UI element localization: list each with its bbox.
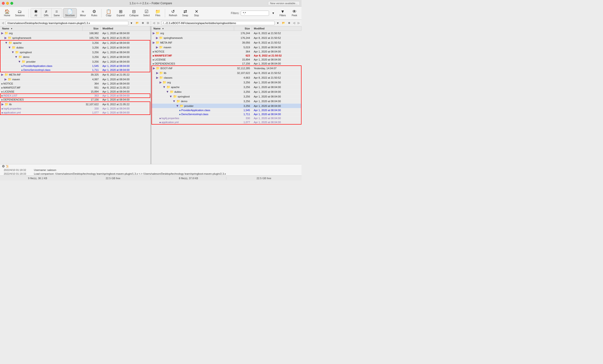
files-button[interactable]: 📁 Files [153, 9, 163, 18]
cell-modified: Apr 1, 2020 at 08:04:00 [252, 94, 301, 99]
table-row[interactable]: ■LICENSE 15,894 Apr 1, 2020 at 08:04:00 [152, 58, 302, 62]
status-gear-icon[interactable]: ⚙ [2, 164, 5, 168]
filter-dropdown-button[interactable]: ▼ [270, 10, 276, 16]
table-row[interactable]: ▼ 📁dubbo 3,256 Apr 1, 2020 at 08:04:00 [152, 90, 302, 94]
left-modified-header[interactable]: Modified [101, 26, 150, 31]
table-row[interactable]: ■LICENSE 15,894 Apr 1, 2020 at 08:04:00 [0, 90, 150, 94]
table-row[interactable]: ▶ 📁classes 4,663 Apr 8, 2022 at 21:50:52 [152, 75, 302, 80]
table-row[interactable]: ■ProviderApplication.class 1,545 Apr 1, … [0, 64, 150, 68]
zoom-button[interactable] [10, 2, 13, 5]
cell-size: 1,545 [234, 108, 252, 112]
cell-size: 363 [83, 94, 101, 98]
table-row[interactable]: ▼ 📁provider 3,256 Apr 1, 2020 at 08:04:0… [0, 59, 150, 64]
cell-size: 3,256 [83, 40, 101, 45]
table-row[interactable]: ■application.yml 1,077 Apr 1, 2020 at 08… [152, 120, 302, 125]
cell-size: 176,244 [234, 35, 252, 40]
filters-input[interactable] [241, 11, 269, 16]
swap-button[interactable]: ⇄ Swap [180, 9, 190, 18]
minimize-button[interactable] [6, 2, 9, 5]
table-row[interactable]: ■DEPENDENCIES 17,156 Apr 1, 2020 at 08:0… [0, 98, 150, 102]
right-path-forward[interactable]: ▷ [157, 21, 160, 25]
table-row[interactable]: ▶ 📁META-INF 39,056 Apr 8, 2022 at 21:50:… [152, 40, 302, 45]
right-path-sync-right[interactable]: ▷ [297, 21, 301, 25]
footer-left-files: 9 file(s), 38.1 KB [0, 177, 75, 180]
table-row[interactable]: ▶ 📁org 176,244 Apr 8, 2022 at 21:50:52 [152, 31, 302, 35]
table-row[interactable]: ▶ 📁lib 32,107,622 Apr 8, 2022 at 21:50:5… [152, 71, 302, 75]
right-path-input[interactable] [161, 21, 275, 25]
left-path-back[interactable]: ◁ [1, 21, 5, 25]
minor-button[interactable]: ≈ Minor [78, 9, 88, 18]
title-bar: 1.3.x <--> 2.3.x – Folder Compare New ve… [0, 0, 302, 7]
same-button[interactable]: = Same [52, 9, 62, 18]
rules-button[interactable]: ⚙ Rules [89, 9, 99, 18]
table-row[interactable]: ▶ 📁org 168,982 Apr 1, 2020 at 08:04:00 [0, 31, 150, 35]
table-row[interactable]: ■log4j.properties 330 Apr 1, 2020 at 08:… [0, 107, 150, 111]
left-path-sync[interactable]: ⊡ [146, 21, 150, 25]
left-path-reveal[interactable]: ⊕ [141, 21, 145, 25]
table-row[interactable]: ▼ 📁apache 3,256 Apr 1, 2020 at 08:04:00 [0, 40, 150, 45]
left-path-dropdown[interactable]: ▼ [129, 21, 134, 25]
table-row[interactable]: ▶ 📁maven 4,997 Apr 1, 2020 at 08:04:00 [0, 77, 150, 82]
table-row[interactable]: ■DemoServiceImpl.class 1,711 Apr 1, 2020… [152, 112, 302, 116]
table-row[interactable]: ▶ 📁BOOT-INF 32,112,285 Yesterday, 14:04:… [152, 66, 302, 71]
cell-modified: Apr 1, 2020 at 08:04:00 [252, 50, 301, 54]
table-row[interactable]: ▼ 📁demo 3,256 Apr 1, 2020 at 08:04:00 [0, 55, 150, 59]
table-row[interactable]: ▶ 📁org 3,256 Apr 1, 2020 at 08:04:00 [152, 80, 302, 85]
left-name-header[interactable]: Name ▼ [0, 26, 83, 31]
right-name-header[interactable]: Name ▼ [152, 26, 234, 31]
right-path-sync-left[interactable]: ◁ [292, 21, 296, 25]
select-button[interactable]: ☑ Select [141, 9, 152, 18]
refresh-button[interactable]: ↺ Refresh [167, 9, 179, 18]
expand-button[interactable]: ⊞ Expand [115, 9, 127, 18]
table-row[interactable]: ■ProviderApplication.class 1,545 Apr 1, … [152, 108, 302, 112]
diffs-button[interactable]: ≠ Diffs [41, 9, 52, 18]
table-row[interactable]: ▼ 📁springboot 3,256 Apr 1, 2020 at 08:04… [0, 50, 150, 55]
copy-button[interactable]: 📋 Copy [104, 9, 114, 18]
stop-button[interactable]: ✕ Stop [191, 9, 202, 18]
peek-button[interactable]: 👁 Peek [289, 9, 300, 18]
table-row[interactable]: ▶ 📁maven 5,019 Apr 1, 2020 at 08:04:00 [152, 45, 302, 50]
right-path-back[interactable]: ◁ [152, 21, 156, 25]
table-row[interactable]: ▼ 📁apache 3,256 Apr 1, 2020 at 08:04:00 [152, 85, 302, 90]
right-size-header[interactable]: Size [234, 26, 252, 31]
table-row[interactable]: ■NOTICE 364 Apr 1, 2020 at 08:04:00 [0, 82, 150, 86]
right-path-reveal[interactable]: ⊕ [287, 21, 291, 25]
home-button[interactable]: 🏠 Home [2, 9, 12, 18]
table-row[interactable]: ■NOTICE 364 Apr 1, 2020 at 08:04:00 [152, 50, 302, 54]
collapse-button[interactable]: ⊟ Collapse [128, 9, 140, 18]
table-row[interactable]: ■DemoServiceImpl.class 1,711 Apr 1, 2020… [0, 68, 150, 72]
table-row[interactable]: ▶ 📁META-INF 39,325 Apr 8, 2022 at 21:05:… [0, 72, 150, 77]
table-row[interactable]: ▼ 📁dubbo 3,256 Apr 1, 2020 at 08:04:00 [0, 45, 150, 50]
filters-button[interactable]: ▼ Filters [278, 9, 288, 18]
close-button[interactable] [2, 2, 5, 5]
right-path-dropdown[interactable]: ▼ [276, 21, 280, 25]
cell-name: ▶ 📁maven [0, 77, 83, 82]
table-row[interactable]: ■DEPENDENCIES 17,156 Apr 1, 2020 at 08:0… [152, 62, 302, 66]
table-row[interactable]: ▶ 📁springframework 176,244 Apr 8, 2022 a… [152, 35, 302, 40]
right-path-browse[interactable]: 📂 [281, 21, 286, 25]
cell-modified: Yesterday, 14:04:07 [252, 66, 301, 71]
cell-name: ■ProviderApplication.class [0, 64, 83, 68]
new-version-button[interactable]: New version available... [268, 1, 300, 5]
table-row[interactable]: ■MANIFEST.MF 623 Apr 8, 2022 at 21:50:52 [152, 54, 302, 58]
table-row[interactable]: ■log4j.properties 330 Apr 1, 2020 at 08:… [152, 116, 302, 120]
table-row[interactable]: ▼ 📁springboot 3,256 Apr 1, 2020 at 08:04… [152, 94, 302, 99]
left-path-browse[interactable]: 📂 [135, 21, 140, 25]
cell-name: ▼ 📁dubbo [0, 45, 83, 50]
cell-name: ▼ 📁apache [152, 85, 234, 90]
cell-size: 3,256 [83, 59, 101, 64]
table-row[interactable]: ■INDEX.LIST 363 Apr 1, 2020 at 08:04:00 [0, 94, 150, 98]
table-row[interactable]: ▼ 📁demo 3,256 Apr 1, 2020 at 08:04:00 [152, 99, 302, 103]
right-modified-header[interactable]: Modified [252, 26, 301, 31]
all-button[interactable]: ✱ All [31, 9, 41, 18]
table-row[interactable]: ■application.yml 1,077 Apr 1, 2020 at 08… [0, 111, 150, 115]
cell-modified: Apr 8, 2022 at 21:50:52 [252, 35, 301, 40]
table-row[interactable]: ▶ 📁lib 32,107,622 Apr 8, 2022 at 21:05:2… [0, 102, 150, 107]
structure-button[interactable]: 📄 Structure [63, 8, 77, 18]
left-size-header[interactable]: Size [83, 26, 101, 31]
table-row[interactable]: ■MANIFEST.MF 551 Apr 8, 2022 at 21:05:22 [0, 86, 150, 90]
left-path-input[interactable] [6, 21, 128, 25]
sessions-button[interactable]: 🗂 Sessions [13, 9, 27, 18]
table-row[interactable]: ▶ 📁springframework 165,726 Apr 8, 2022 a… [0, 35, 150, 41]
table-row[interactable]: ▼ 📁provider 3,256 Apr 1, 2020 at 08:04:0… [152, 103, 302, 108]
